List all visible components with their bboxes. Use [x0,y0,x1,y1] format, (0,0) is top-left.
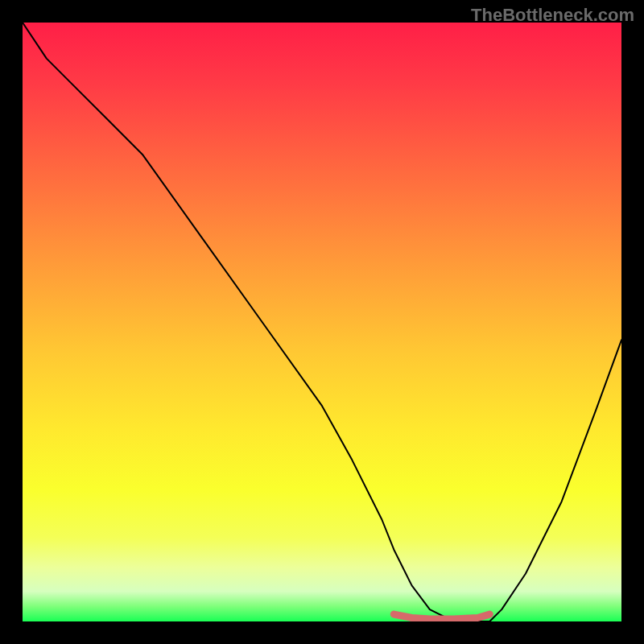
plot-area [23,23,621,621]
watermark-text: TheBottleneck.com [471,5,634,26]
curve-layer [23,23,621,621]
bottleneck-curve-path [23,23,621,621]
